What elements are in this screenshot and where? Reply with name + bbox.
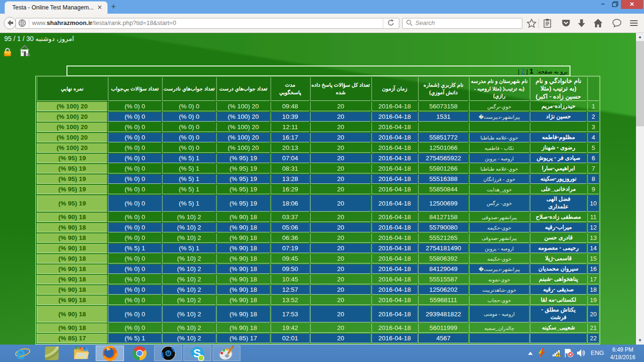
svg-text:e: e — [16, 346, 25, 361]
